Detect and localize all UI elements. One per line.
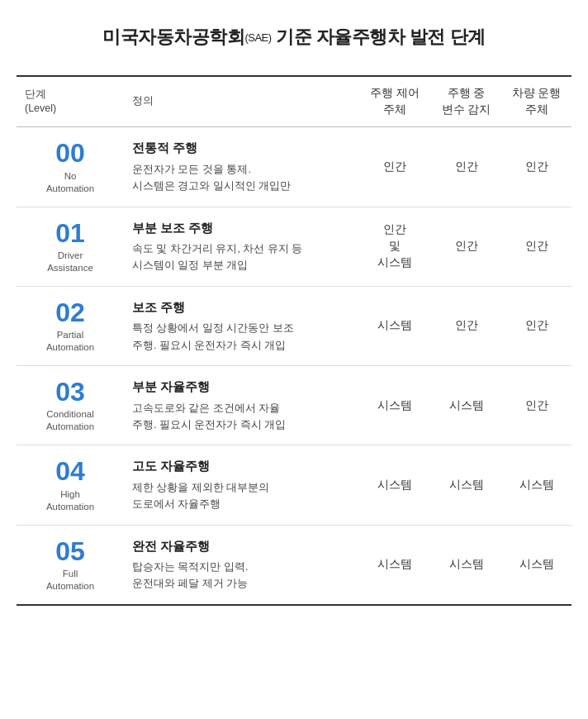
level-cell: 00 No Automation — [17, 127, 124, 207]
def-title: 보조 주행 — [132, 298, 350, 317]
control-cell: 인간 — [358, 127, 431, 207]
monitor-cell: 인간 — [431, 286, 501, 365]
def-title: 고도 자율주행 — [132, 457, 350, 476]
table-row: 00 No Automation 전통적 주행 운전자가 모든 것을 통제. 시… — [17, 127, 571, 207]
definition-cell: 보조 주행 특정 상황에서 일정 시간동안 보조 주행. 필요시 운전자가 즉시… — [124, 286, 358, 365]
vehicle-cell: 인간 — [501, 207, 571, 286]
table-row: 04 High Automation 고도 자율주행 제한 상황을 제외한 대부… — [17, 445, 571, 525]
definition-cell: 전통적 주행 운전자가 모든 것을 통제. 시스템은 경고와 일시적인 개입만 — [124, 127, 358, 207]
page-title: 미국자동차공학회(SAE) 기준 자율주행차 발전 단계 — [17, 25, 571, 50]
vehicle-cell: 인간 — [501, 127, 571, 207]
def-title: 부분 보조 주행 — [132, 219, 350, 238]
level-cell: 01 Driver Assistance — [17, 207, 124, 286]
level-number: 04 — [20, 457, 121, 486]
vehicle-cell: 인간 — [501, 366, 571, 445]
table-header-row: 단계 (Level) 정의 주행 제어 주체 주행 중 변수 감지 차량 운행 … — [17, 76, 571, 127]
control-cell: 시스템 — [358, 286, 431, 365]
def-desc: 제한 상황을 제외한 대부분의 도로에서 자율주행 — [132, 482, 269, 510]
level-number: 02 — [20, 298, 121, 327]
level-cell: 02 Partial Automation — [17, 286, 124, 365]
header-control: 주행 제어 주체 — [358, 76, 431, 127]
header-definition: 정의 — [124, 76, 358, 127]
def-desc: 운전자가 모든 것을 통제. 시스템은 경고와 일시적인 개입만 — [132, 164, 291, 192]
automation-table: 단계 (Level) 정의 주행 제어 주체 주행 중 변수 감지 차량 운행 … — [17, 75, 571, 606]
vehicle-cell: 인간 — [501, 286, 571, 365]
level-cell: 03 Conditional Automation — [17, 366, 124, 445]
table-row: 03 Conditional Automation 부분 자율주행 고속도로와 … — [17, 366, 571, 445]
definition-cell: 완전 자율주행 탑승자는 목적지만 입력. 운전대와 페달 제거 가능 — [124, 525, 358, 605]
level-name: No Automation — [20, 170, 121, 195]
level-number: 05 — [20, 537, 121, 566]
monitor-cell: 시스템 — [431, 525, 501, 605]
control-cell: 시스템 — [358, 525, 431, 605]
vehicle-cell: 시스템 — [501, 445, 571, 525]
level-name: Partial Automation — [20, 329, 121, 354]
level-name: High Automation — [20, 488, 121, 513]
table-row: 05 Full Automation 완전 자율주행 탑승자는 목적지만 입력.… — [17, 525, 571, 605]
def-title: 부분 자율주행 — [132, 378, 350, 397]
def-title: 전통적 주행 — [132, 139, 350, 158]
def-desc: 속도 및 차간거리 유지, 차선 유지 등 시스템이 일정 부분 개입 — [132, 243, 302, 271]
monitor-cell: 인간 — [431, 207, 501, 286]
control-cell: 시스템 — [358, 445, 431, 525]
level-number: 03 — [20, 378, 121, 407]
def-title: 완전 자율주행 — [132, 537, 350, 556]
monitor-cell: 시스템 — [431, 445, 501, 525]
level-number: 00 — [20, 139, 121, 168]
header-vehicle: 차량 운행 주체 — [501, 76, 571, 127]
control-cell: 인간 및 시스템 — [358, 207, 431, 286]
level-name: Full Automation — [20, 568, 121, 593]
level-number: 01 — [20, 219, 121, 248]
def-desc: 고속도로와 같은 조건에서 자율 주행. 필요시 운전자가 즉시 개입 — [132, 402, 286, 431]
def-desc: 특정 상황에서 일정 시간동안 보조 주행. 필요시 운전자가 즉시 개입 — [132, 322, 294, 350]
table-row: 01 Driver Assistance 부분 보조 주행 속도 및 차간거리 … — [17, 207, 571, 286]
table-row: 02 Partial Automation 보조 주행 특정 상황에서 일정 시… — [17, 286, 571, 365]
header-monitor: 주행 중 변수 감지 — [431, 76, 501, 127]
def-desc: 탑승자는 목적지만 입력. 운전대와 페달 제거 가능 — [132, 561, 248, 589]
level-cell: 05 Full Automation — [17, 525, 124, 605]
monitor-cell: 인간 — [431, 127, 501, 207]
table-body: 00 No Automation 전통적 주행 운전자가 모든 것을 통제. 시… — [17, 127, 571, 605]
vehicle-cell: 시스템 — [501, 525, 571, 605]
level-cell: 04 High Automation — [17, 445, 124, 525]
level-name: Driver Assistance — [20, 250, 121, 274]
definition-cell: 부분 자율주행 고속도로와 같은 조건에서 자율 주행. 필요시 운전자가 즉시… — [124, 366, 358, 445]
control-cell: 시스템 — [358, 366, 431, 445]
level-name: Conditional Automation — [20, 408, 121, 433]
definition-cell: 부분 보조 주행 속도 및 차간거리 유지, 차선 유지 등 시스템이 일정 부… — [124, 207, 358, 286]
definition-cell: 고도 자율주행 제한 상황을 제외한 대부분의 도로에서 자율주행 — [124, 445, 358, 525]
header-level: 단계 (Level) — [17, 76, 124, 127]
monitor-cell: 시스템 — [431, 366, 501, 445]
